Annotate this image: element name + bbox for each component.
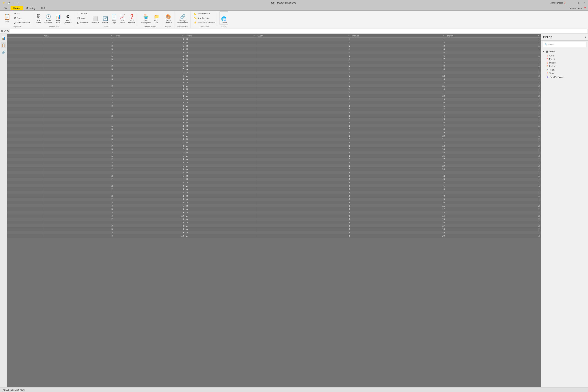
- cell-minute: 18: [351, 161, 446, 164]
- formula-input[interactable]: [10, 29, 587, 33]
- ask-question-button[interactable]: ❓ Ask AQuestion: [127, 11, 136, 25]
- report-view-icon[interactable]: 📊: [1, 35, 6, 41]
- shapes-button[interactable]: ◻ Shapes ▾: [76, 20, 90, 24]
- copy-button[interactable]: ⧉ Copy: [13, 16, 32, 20]
- team-field-label: Team: [549, 68, 554, 71]
- cell-event: 2: [256, 168, 351, 171]
- cell-period: 1: [446, 174, 541, 178]
- save-btn[interactable]: 💾: [7, 1, 11, 4]
- row-number: [7, 58, 43, 61]
- formula-cancel-icon[interactable]: ✕: [1, 30, 3, 32]
- col-header-period[interactable]: Period ▼: [446, 34, 541, 38]
- cell-team: A: [185, 158, 256, 161]
- cell-event: 1: [256, 48, 351, 51]
- table-row: 23A1172: [7, 91, 541, 94]
- maximize-btn[interactable]: ⧉: [576, 1, 581, 4]
- user-info: Xarius Desai ❓: [570, 7, 586, 10]
- area-field-icon: Σ: [547, 54, 548, 57]
- new-quick-measure-button[interactable]: ⚡ New Quick Measure: [192, 20, 216, 24]
- cell-time: 9: [114, 211, 185, 214]
- tab-file[interactable]: File: [1, 6, 10, 10]
- get-data-button[interactable]: 🗄 GetData ▾: [35, 11, 43, 25]
- from-file-button[interactable]: 📁 FromFile: [152, 11, 160, 25]
- window-controls: Xarius Desai ❓ — ⧉ ✕: [546, 1, 586, 4]
- minimize-btn[interactable]: —: [571, 1, 576, 4]
- tab-home[interactable]: Home: [10, 6, 23, 10]
- time-filter-icon[interactable]: ▼: [182, 35, 184, 37]
- cell-minute: 12: [351, 208, 446, 211]
- buttons-button[interactable]: ⬜ Buttons ▾: [90, 11, 100, 25]
- col-header-area[interactable]: Area ▼: [43, 34, 114, 38]
- event-filter-icon[interactable]: ▼: [348, 35, 350, 37]
- field-time[interactable]: Σ Time: [543, 72, 586, 75]
- cell-event: 1: [256, 88, 351, 91]
- fields-expand-icon[interactable]: ›: [585, 35, 586, 39]
- tab-help[interactable]: Help: [38, 6, 49, 10]
- table-container[interactable]: Area ▼ Time ▼ Team: [7, 34, 541, 387]
- period-filter-icon[interactable]: ▼: [538, 35, 540, 37]
- ribbon-group-themes: 🎨 SwitchTheme ▾ Themes: [162, 11, 175, 28]
- team-filter-icon[interactable]: ▼: [253, 35, 255, 37]
- cut-button[interactable]: ✂ Cut: [13, 12, 32, 16]
- new-page-button[interactable]: 📄 NewPage: [110, 11, 118, 25]
- model-view-icon[interactable]: 🔗: [1, 50, 6, 55]
- formula-accept-icon[interactable]: ✓: [4, 30, 6, 32]
- table-row: 10B181: [7, 61, 541, 64]
- paste-button[interactable]: 📋 Paste: [2, 11, 12, 25]
- user-name: Xarius Desai: [570, 7, 582, 10]
- themes-buttons: 🎨 SwitchTheme ▾: [164, 11, 173, 25]
- row-number: [7, 78, 43, 81]
- col-header-event[interactable]: Event ▼: [256, 34, 351, 38]
- edit-queries-button[interactable]: ⚙ EditQueries ▾: [62, 11, 73, 25]
- new-column-button[interactable]: 📏 New Column: [192, 16, 216, 20]
- field-period[interactable]: Σ Period: [543, 64, 586, 68]
- tab-modeling[interactable]: Modeling: [23, 6, 38, 10]
- fields-search-input[interactable]: [548, 43, 585, 46]
- cell-time: 3: [114, 161, 185, 164]
- redo-btn[interactable]: ↪: [16, 1, 19, 4]
- refresh-button[interactable]: 🔄 Refresh: [101, 11, 110, 25]
- col-header-team[interactable]: Team ▼: [185, 34, 256, 38]
- minute-filter-icon[interactable]: ▼: [443, 35, 445, 37]
- switch-theme-button[interactable]: 🎨 SwitchTheme ▾: [164, 11, 173, 25]
- cell-time: 6: [114, 114, 185, 118]
- new-measure-button[interactable]: 📐 New Measure: [192, 12, 216, 16]
- data-view-icon[interactable]: 📋: [1, 42, 6, 48]
- format-painter-button[interactable]: 🖌 Format Painter: [13, 20, 32, 24]
- publish-button[interactable]: 🌐 Publish: [220, 11, 228, 25]
- field-area[interactable]: Σ Area: [543, 54, 586, 58]
- new-visual-button[interactable]: 📈 NewVisual: [118, 11, 126, 25]
- field-minute[interactable]: Σ Minute: [543, 61, 586, 64]
- cell-minute: 14: [351, 81, 446, 84]
- textbox-button[interactable]: T Text box: [76, 12, 90, 16]
- from-marketplace-button[interactable]: 🏪 FromMarketplace: [140, 11, 152, 25]
- field-time-per-event[interactable]: ⊞ TimePerEvent: [543, 75, 586, 79]
- table-row: 21B331: [7, 178, 541, 181]
- cell-period: 1: [446, 178, 541, 181]
- help-icon[interactable]: ❓: [584, 7, 586, 10]
- cell-team: B: [185, 41, 256, 44]
- image-button[interactable]: 🖼 Image: [76, 16, 90, 20]
- col-header-time[interactable]: Time ▼: [114, 34, 185, 38]
- cell-event: 3: [256, 204, 351, 208]
- cell-minute: 10: [351, 134, 446, 138]
- cell-minute: 9: [351, 64, 446, 68]
- user-display: Xarius Desai ❓: [546, 1, 570, 4]
- close-btn[interactable]: ✕: [582, 1, 586, 4]
- recent-sources-button[interactable]: 🕐 RecentSources ▾: [43, 11, 54, 25]
- cell-team: A: [185, 188, 256, 191]
- table-row: 14B311: [7, 171, 541, 174]
- area-filter-icon[interactable]: ▼: [111, 35, 113, 37]
- field-team[interactable]: A Team: [543, 68, 586, 72]
- table-row: 38A1132: [7, 78, 541, 81]
- table-row: 36B2112: [7, 138, 541, 141]
- cell-event: 1: [256, 38, 351, 41]
- table1-header[interactable]: ▼ ⊞ Table1: [543, 49, 586, 54]
- enter-data-button[interactable]: 📊 EnterData: [54, 11, 62, 25]
- field-event[interactable]: Σ Event: [543, 58, 586, 61]
- col-header-minute[interactable]: Minute ▼: [351, 34, 446, 38]
- formula-fx-icon[interactable]: fx: [7, 30, 9, 32]
- manage-relationships-button[interactable]: 🔗 ManageRelationships: [176, 11, 189, 25]
- cell-period: 2: [446, 214, 541, 218]
- undo-btn[interactable]: ↩: [12, 1, 15, 4]
